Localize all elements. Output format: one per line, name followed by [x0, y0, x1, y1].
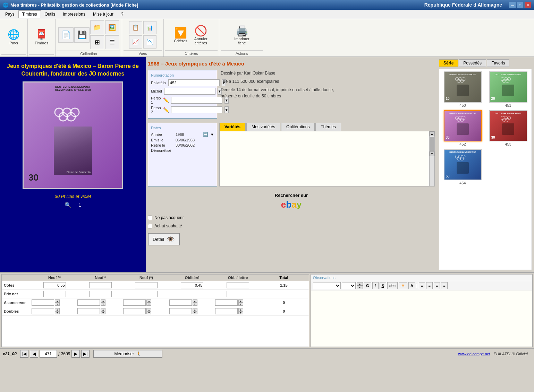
doubles-obl-lettre-input[interactable]	[215, 308, 238, 314]
nav-prev-button[interactable]: ◀	[30, 350, 38, 358]
tab-scrollbar[interactable]: ▲ ▼	[429, 131, 435, 186]
doubles-neuf0-up[interactable]: ▲	[146, 308, 151, 311]
cotes-neuf1-input[interactable]	[89, 282, 112, 288]
aconserver-oblitere-up[interactable]: ▲	[193, 299, 197, 303]
obs-align-center-button[interactable]: ≡	[426, 282, 432, 289]
nav-first-button[interactable]: |◀	[20, 350, 28, 358]
collection-list-button[interactable]: ☰	[105, 35, 119, 49]
obs-size-select[interactable]	[342, 282, 356, 289]
thumbnail-453[interactable]: DEUTSCHE BUNDESPOST 30 453	[487, 110, 529, 146]
vues-btn3[interactable]: 📈	[129, 35, 142, 49]
prixnet-neuf1-input[interactable]	[89, 291, 112, 297]
aconserver-neuf2-up[interactable]: ▲	[55, 299, 60, 303]
doubles-oblitere-input[interactable]	[169, 308, 192, 314]
obs-size-up[interactable]: ▲	[357, 282, 363, 286]
thumbnail-452[interactable]: DEUTSCHE BUNDESPOST 30 452	[441, 110, 484, 146]
aconserver-neuf0-input[interactable]	[123, 299, 146, 306]
doubles-neuf1-down[interactable]: ▼	[101, 311, 105, 314]
aconserver-neuf1-up[interactable]: ▲	[101, 299, 105, 303]
doubles-neuf0-down[interactable]: ▼	[146, 311, 151, 314]
zoom-icon[interactable]: 🔍	[65, 202, 71, 208]
cotes-neuf2-input[interactable]	[43, 282, 66, 288]
cotes-neuf0-input[interactable]	[135, 282, 158, 288]
timbres-button[interactable]: 📮 Timbres	[31, 27, 52, 47]
minimize-button[interactable]: —	[509, 2, 516, 8]
maximize-button[interactable]: □	[517, 2, 524, 8]
detail-button[interactable]: Détail 👁️	[148, 233, 180, 245]
collection-folder-button[interactable]: 📁	[90, 20, 104, 34]
vues-btn2[interactable]: 📊	[143, 21, 156, 34]
aconserver-oblitere-down[interactable]: ▼	[193, 303, 197, 306]
obs-align-right-button[interactable]: ≡	[434, 282, 440, 289]
philatelix-input[interactable]	[168, 79, 220, 86]
perso2-pencil-icon[interactable]: ✏️	[163, 107, 169, 113]
collection-grid-button[interactable]: ⊞	[90, 35, 104, 49]
doubles-neuf2-up[interactable]: ▲	[55, 308, 60, 311]
vues-btn1[interactable]: 📋	[129, 21, 142, 34]
doubles-neuf2-down[interactable]: ▼	[55, 311, 60, 314]
doubles-neuf2-input[interactable]	[32, 308, 54, 314]
tab-mes-varietes[interactable]: Mes variétés	[246, 123, 280, 131]
menu-pays[interactable]: Pays	[1, 10, 18, 18]
annee-arrow-icon[interactable]: ➡️	[203, 132, 208, 137]
checkbox-ne-pas-acquerir[interactable]	[148, 216, 152, 220]
collection-new-button[interactable]: 📄	[58, 27, 74, 43]
doubles-oblitere-down[interactable]: ▼	[193, 311, 197, 314]
obs-align-left-button[interactable]: ≡	[419, 282, 425, 289]
tab-obliterations[interactable]: Oblitérations	[281, 123, 315, 131]
criteres-button[interactable]: 🔽 Critères	[171, 26, 190, 44]
menu-help[interactable]: ?	[117, 10, 127, 18]
pays-button[interactable]: 🌐 Pays	[3, 27, 24, 47]
close-button[interactable]: ✕	[524, 2, 531, 8]
obs-italic-button[interactable]: I	[372, 282, 379, 289]
doubles-neuf0-input[interactable]	[123, 308, 146, 314]
obs-font-select[interactable]	[313, 282, 341, 289]
obs-strikethrough-button[interactable]: abc	[387, 282, 398, 289]
perso1-pencil-icon[interactable]: ✏️	[163, 97, 169, 103]
tab-varietes[interactable]: Variétés	[219, 123, 246, 131]
prixnet-neuf2-input[interactable]	[43, 291, 66, 297]
menu-timbres[interactable]: Timbres	[18, 10, 41, 18]
aconserver-neuf2-input[interactable]	[32, 299, 54, 306]
aconserver-neuf1-down[interactable]: ▼	[101, 303, 105, 306]
ebay-logo[interactable]: ebay	[281, 199, 302, 210]
doubles-neuf1-input[interactable]	[77, 308, 100, 314]
obs-size-down[interactable]: ▼	[357, 286, 363, 289]
series-tab-serie[interactable]: Série	[439, 59, 458, 67]
perso2-input[interactable]	[171, 106, 222, 113]
thumbnail-451[interactable]: DEUTSCHE BUNDESPOST 20 451	[487, 71, 529, 107]
checkbox-achat-souhaite[interactable]	[148, 224, 152, 228]
doubles-neuf1-up[interactable]: ▲	[101, 308, 105, 311]
scroll-up-icon[interactable]: ▲	[430, 131, 434, 136]
scroll-thumb[interactable]	[430, 137, 434, 151]
aconserver-obl-lettre-input[interactable]	[215, 299, 238, 306]
footer-website[interactable]: www.delcampe.net	[458, 352, 490, 356]
obs-textarea[interactable]	[311, 290, 532, 347]
scroll-down-icon[interactable]: ▼	[430, 151, 434, 156]
michel-input[interactable]	[164, 88, 215, 95]
thumbnail-454[interactable]: DEUTSCHE BUNDESPOST 50 454	[441, 149, 484, 185]
obs-underline-button[interactable]: S	[380, 282, 386, 289]
tab-themes[interactable]: Thèmes	[315, 123, 341, 131]
vues-btn4[interactable]: 📉	[143, 35, 156, 49]
thumbnail-450[interactable]: DEUTSCHE BUNDESPOST 10 450	[441, 71, 484, 107]
aconserver-oblitere-input[interactable]	[169, 299, 192, 306]
doubles-obl-lettre-down[interactable]: ▼	[238, 311, 243, 314]
obs-bold-button[interactable]: G	[364, 282, 371, 289]
prixnet-oblitere-input[interactable]	[181, 291, 203, 297]
nav-current-input[interactable]	[40, 350, 57, 358]
cotes-oblitere-input[interactable]	[181, 282, 203, 288]
prixnet-obl-lettre-input[interactable]	[227, 291, 249, 297]
doubles-oblitere-up[interactable]: ▲	[193, 308, 197, 311]
perso1-input[interactable]	[171, 97, 222, 104]
annuler-criteres-button[interactable]: 🚫 Annuler critères	[190, 24, 211, 46]
nav-next-button[interactable]: ▶	[71, 350, 80, 358]
obs-align-justify-button[interactable]: ≡	[441, 282, 447, 289]
obs-fontcolor-button[interactable]: A	[408, 282, 415, 289]
prixnet-neuf0-input[interactable]	[135, 291, 158, 297]
aconserver-neuf0-up[interactable]: ▲	[146, 299, 151, 303]
obs-color-button[interactable]: A	[399, 282, 407, 289]
aconserver-obl-lettre-up[interactable]: ▲	[238, 299, 243, 303]
collection-img-button[interactable]: 🖼️	[105, 20, 119, 34]
aconserver-obl-lettre-down[interactable]: ▼	[238, 303, 243, 306]
